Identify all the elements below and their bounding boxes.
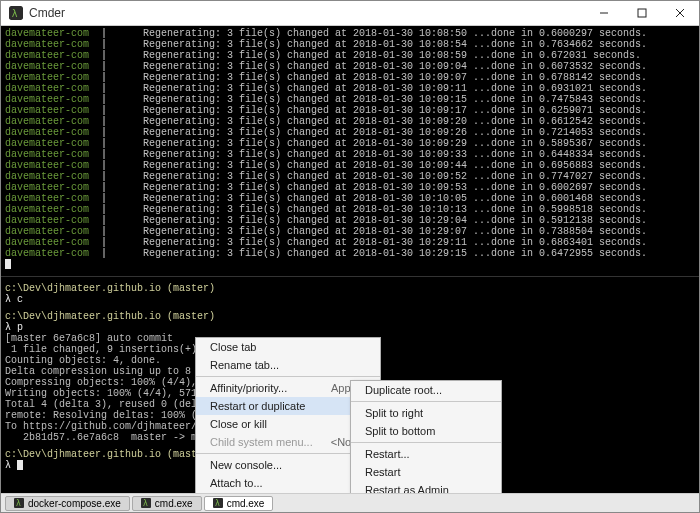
log-host: davemateer-com [5, 204, 89, 215]
log-msg: Regenerating: 3 file(s) changed at 2018-… [143, 226, 647, 237]
log-host: davemateer-com [5, 215, 89, 226]
menu-item[interactable]: Restart [351, 463, 501, 481]
svg-text:λ: λ [215, 499, 220, 508]
menu-item-label: Restart [365, 466, 491, 478]
svg-text:λ: λ [16, 499, 21, 508]
log-host: davemateer-com [5, 28, 89, 39]
terminal[interactable]: davemateer-com | Regenerating: 3 file(s)… [1, 26, 699, 493]
minimize-button[interactable] [585, 1, 623, 25]
log-msg: Regenerating: 3 file(s) changed at 2018-… [143, 138, 647, 149]
log-host: davemateer-com [5, 116, 89, 127]
svg-rect-3 [638, 9, 646, 17]
menu-item-label: Split to bottom [365, 425, 491, 437]
log-msg: Regenerating: 3 file(s) changed at 2018-… [143, 248, 647, 259]
log-host: davemateer-com [5, 149, 89, 160]
menu-item-label: Affinity/priority... [210, 382, 313, 394]
tab[interactable]: λcmd.exe [204, 496, 274, 511]
log-msg: Regenerating: 3 file(s) changed at 2018-… [143, 28, 647, 39]
menu-item[interactable]: Restart as Admin [351, 481, 501, 493]
log-host: davemateer-com [5, 61, 89, 72]
log-msg: Regenerating: 3 file(s) changed at 2018-… [143, 127, 647, 138]
log-msg: Regenerating: 3 file(s) changed at 2018-… [143, 149, 647, 160]
app-icon: λ [9, 6, 23, 20]
log-msg: Regenerating: 3 file(s) changed at 2018-… [143, 171, 647, 182]
menu-item-label: Restart... [365, 448, 491, 460]
menu-item[interactable]: Restart... [351, 445, 501, 463]
log-msg: Regenerating: 3 file(s) changed at 2018-… [143, 237, 647, 248]
log-msg: Regenerating: 3 file(s) changed at 2018-… [143, 39, 647, 50]
menu-item[interactable]: Rename tab... [196, 356, 380, 374]
menu-item-label: Duplicate root... [365, 384, 491, 396]
log-host: davemateer-com [5, 138, 89, 149]
menu-separator [351, 401, 501, 402]
menu-item[interactable]: Close tab [196, 338, 380, 356]
cursor [17, 460, 23, 470]
tab-label: docker-compose.exe [28, 498, 121, 509]
log-host: davemateer-com [5, 193, 89, 204]
menu-item-label: Attach to... [210, 477, 370, 489]
log-msg: Regenerating: 3 file(s) changed at 2018-… [143, 72, 647, 83]
menu-separator [196, 376, 380, 377]
console-icon: λ [213, 498, 223, 508]
log-msg: Regenerating: 3 file(s) changed at 2018-… [143, 160, 647, 171]
log-msg: Regenerating: 3 file(s) changed at 2018-… [143, 83, 647, 94]
console-icon: λ [14, 498, 24, 508]
menu-item-label: Restart as Admin [365, 484, 491, 493]
log-msg: Regenerating: 3 file(s) changed at 2018-… [143, 50, 641, 61]
tab[interactable]: λcmd.exe [132, 496, 202, 511]
log-host: davemateer-com [5, 105, 89, 116]
maximize-button[interactable] [623, 1, 661, 25]
log-host: davemateer-com [5, 160, 89, 171]
log-host: davemateer-com [5, 237, 89, 248]
menu-item-label: Child system menu... [210, 436, 313, 448]
svg-text:λ: λ [143, 499, 148, 508]
menu-item[interactable]: Split to right [351, 404, 501, 422]
log-msg: Regenerating: 3 file(s) changed at 2018-… [143, 116, 647, 127]
menu-item-label: Close tab [210, 341, 370, 353]
menu-item[interactable]: Duplicate root... [351, 381, 501, 399]
console-icon: λ [141, 498, 151, 508]
cursor [5, 259, 11, 269]
tab[interactable]: λdocker-compose.exe [5, 496, 130, 511]
log-host: davemateer-com [5, 39, 89, 50]
tab-label: cmd.exe [155, 498, 193, 509]
menu-item-label: Split to right [365, 407, 491, 419]
log-msg: Regenerating: 3 file(s) changed at 2018-… [143, 215, 647, 226]
log-host: davemateer-com [5, 127, 89, 138]
log-msg: Regenerating: 3 file(s) changed at 2018-… [143, 61, 647, 72]
tab-bar: λdocker-compose.exeλcmd.exeλcmd.exe [1, 493, 699, 512]
menu-separator [351, 442, 501, 443]
log-host: davemateer-com [5, 248, 89, 259]
log-host: davemateer-com [5, 226, 89, 237]
restart-duplicate-submenu[interactable]: Duplicate root...Split to rightSplit to … [350, 380, 502, 493]
menu-item-label: Restart or duplicate [210, 400, 345, 412]
menu-item-label: Close or kill [210, 418, 345, 430]
menu-item-label: Rename tab... [210, 359, 370, 371]
log-host: davemateer-com [5, 182, 89, 193]
log-msg: Regenerating: 3 file(s) changed at 2018-… [143, 182, 647, 193]
pane-divider[interactable] [1, 276, 699, 277]
app-window: λ Cmder davemateer-com | Regenerating: 3… [0, 0, 700, 513]
menu-item[interactable]: Split to bottom [351, 422, 501, 440]
log-host: davemateer-com [5, 50, 89, 61]
menu-item-label: New console... [210, 459, 370, 471]
log-host: davemateer-com [5, 72, 89, 83]
app-title: Cmder [29, 6, 65, 20]
log-host: davemateer-com [5, 83, 89, 94]
tab-label: cmd.exe [227, 498, 265, 509]
log-host: davemateer-com [5, 94, 89, 105]
log-host: davemateer-com [5, 171, 89, 182]
log-msg: Regenerating: 3 file(s) changed at 2018-… [143, 193, 647, 204]
titlebar: λ Cmder [1, 1, 699, 26]
log-msg: Regenerating: 3 file(s) changed at 2018-… [143, 105, 647, 116]
close-button[interactable] [661, 1, 699, 25]
svg-text:λ: λ [12, 8, 18, 19]
log-msg: Regenerating: 3 file(s) changed at 2018-… [143, 204, 647, 215]
log-msg: Regenerating: 3 file(s) changed at 2018-… [143, 94, 647, 105]
